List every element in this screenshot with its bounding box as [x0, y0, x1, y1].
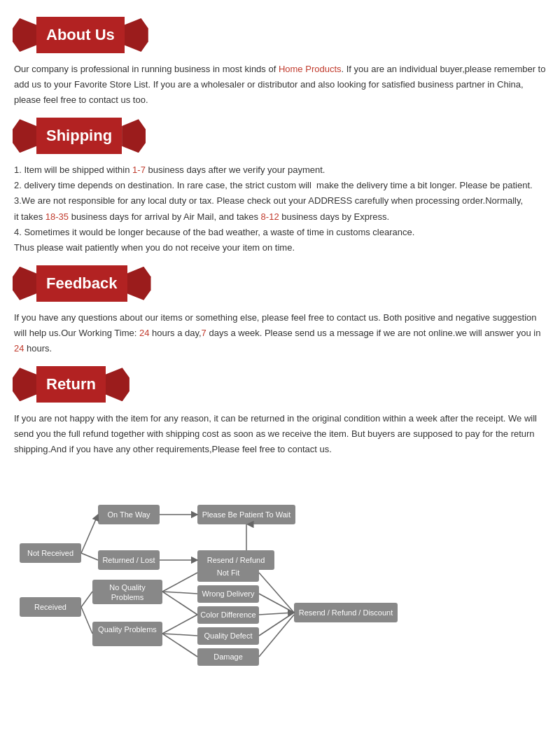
label-no-quality-1: No Quality: [109, 583, 146, 592]
feedback-text: If you have any questions about our item…: [13, 310, 547, 356]
shipping-days-2: 18-35: [46, 211, 69, 222]
shipping-item-4: 4. Sometimes it would be longer because …: [14, 225, 547, 256]
arrow-quality-qualitydefect: [162, 634, 197, 636]
return-ribbon-decor: Return: [13, 366, 130, 403]
feedback-header: Feedback: [13, 265, 547, 302]
flowchart-section: Not Received On The Way Returned / Lost …: [13, 478, 547, 688]
flowchart-svg: Not Received On The Way Returned / Lost …: [14, 485, 546, 667]
page-container: About Us Our company is professional in …: [0, 0, 560, 695]
shipping-days-1: 1-7: [132, 165, 146, 175]
label-not-received: Not Received: [27, 549, 74, 557]
about-title: About Us: [36, 17, 125, 53]
label-please-patient: Please Be Patient To Wait: [202, 510, 291, 519]
arrow-qualitydefect-rrdisc: [259, 613, 294, 636]
return-text: If you are not happy with the item for a…: [13, 411, 547, 457]
label-resend-refund-top: Resend / Refund: [207, 556, 265, 564]
label-returned-lost: Returned / Lost: [102, 556, 155, 564]
feedback-ribbon-right: [127, 267, 151, 300]
shipping-days-3: 8-12: [261, 211, 279, 222]
arrow-noquality-colordiff: [162, 592, 197, 615]
shipping-item-1: 1. Item will be shipped within 1-7 busin…: [14, 162, 547, 178]
ribbon-rose-left: [13, 18, 36, 52]
return-ribbon-right: [106, 368, 130, 401]
shipping-ribbon-right: [122, 119, 146, 153]
feedback-title-text: Feedback: [46, 274, 118, 293]
label-not-fit: Not Fit: [217, 568, 239, 577]
arrow-quality-damage: [162, 634, 197, 657]
feedback-ribbon-left: [13, 267, 36, 300]
label-color-diff: Color Difference: [200, 610, 255, 619]
feedback-hours-1: 24: [139, 328, 149, 338]
about-title-text: About Us: [46, 26, 115, 44]
arrow-received-noquality: [81, 592, 92, 607]
about-text: Our company is professional in running b…: [13, 62, 547, 108]
label-damage: Damage: [214, 652, 243, 661]
arrow-received-qualityproblems: [81, 607, 92, 634]
arrow-not-received-ontheway: [81, 515, 98, 553]
return-title-text: Return: [46, 375, 96, 393]
shipping-title-text: Shipping: [46, 127, 112, 145]
shipping-item-2: 2. delivery time depends on destination.…: [14, 178, 547, 193]
feedback-text-part2: hours a day,: [149, 328, 201, 338]
feedback-hours-2: 24: [14, 343, 24, 354]
arrow-not-received-returned: [81, 553, 98, 560]
feedback-ribbon-decor: Feedback: [13, 265, 151, 302]
arrow-damage-rrdisc: [259, 615, 294, 657]
label-on-the-way: On The Way: [107, 510, 150, 519]
return-ribbon-left: [13, 368, 36, 401]
shipping-item-3: 3.We are not responsible for any local d…: [14, 193, 547, 224]
shipping-title-wrap: Shipping: [36, 118, 122, 154]
shipping-text: 1. Item will be shipped within 1-7 busin…: [13, 162, 547, 256]
label-no-quality-2: Problems: [111, 593, 144, 601]
arrow-colordiff-rrdisc: [259, 613, 294, 615]
return-header: Return: [13, 366, 547, 403]
about-text-part1: Our company is professional in running b…: [14, 64, 279, 74]
arrow-noquality-notfit: [162, 573, 197, 592]
label-received: Received: [34, 603, 66, 611]
feedback-days: 7: [202, 328, 206, 338]
shipping-header: Shipping: [13, 118, 547, 154]
about-link[interactable]: Home Products: [279, 64, 342, 74]
label-quality-problems-1: Quality Problems: [98, 625, 157, 634]
arrow-wrongdelivery-rrdisc: [259, 594, 294, 613]
arrow-noquality-wrongdelivery: [162, 592, 197, 594]
label-wrong-delivery: Wrong Delivery: [202, 589, 255, 598]
about-us-header: About Us: [13, 17, 547, 53]
shipping-ribbon-left: [13, 119, 36, 153]
feedback-title-wrap: Feedback: [36, 265, 127, 302]
arrow-quality-colordiff: [162, 615, 197, 634]
arrow-notfit-rrdisc: [259, 573, 294, 613]
shipping-ribbon-decor: Shipping: [13, 118, 146, 154]
return-title-wrap: Return: [36, 366, 106, 403]
return-text-content: If you are not happy with the item for a…: [14, 413, 537, 454]
feedback-text-part4: hours.: [24, 343, 52, 354]
label-quality-defect: Quality Defect: [204, 631, 252, 640]
label-resend-refund-discount: Resend / Refund / Discount: [299, 608, 393, 617]
about-ribbon-decor: About Us: [13, 17, 148, 53]
ribbon-rose-right: [125, 18, 148, 52]
feedback-text-part3: days a week. Please send us a message if…: [206, 328, 541, 338]
